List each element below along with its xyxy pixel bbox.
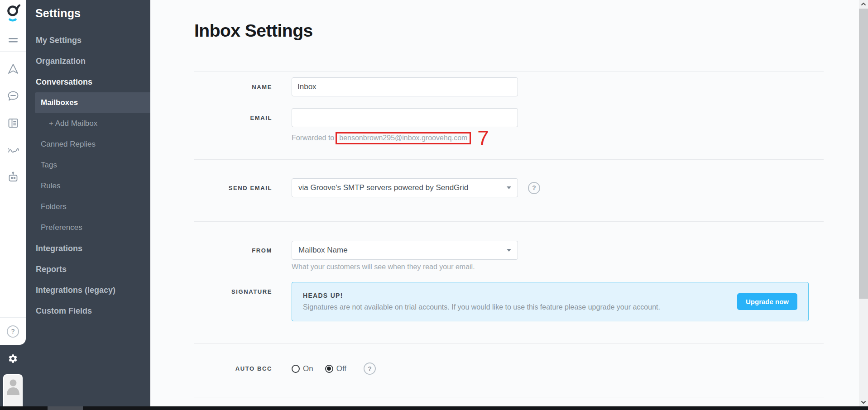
sidebar-item-label: Integrations (legacy) <box>36 286 115 295</box>
auto-bcc-row: AUTO BCC On Off ? <box>194 359 824 375</box>
horizontal-scrollbar[interactable] <box>0 406 868 410</box>
sidebar-item-label: Custom Fields <box>36 306 92 316</box>
sidebar-item-conversations[interactable]: Conversations <box>26 72 150 92</box>
section-divider <box>194 159 824 160</box>
sidebar-item-folders[interactable]: Folders <box>26 196 150 217</box>
sidebar-item-label: Rules <box>41 181 60 191</box>
signature-row: SIGNATURE HEADS UP! Signatures are not a… <box>194 282 824 321</box>
email-row: EMAIL Forwarded to bensonbrown295@inbox.… <box>194 108 824 146</box>
sidebar-item-mailboxes[interactable]: Mailboxes <box>35 92 150 113</box>
horizontal-scrollbar-thumb[interactable] <box>48 406 83 410</box>
bot-icon[interactable] <box>0 171 26 183</box>
sidebar-item-rules[interactable]: Rules <box>26 176 150 196</box>
auto-bcc-on-radio[interactable]: On <box>292 364 313 373</box>
send-email-row: SEND EMAIL via Groove's SMTP servers pow… <box>194 178 824 197</box>
activity-icon[interactable] <box>0 144 26 157</box>
banner-text: Signatures are not available on trial ac… <box>303 303 660 311</box>
from-value: Mailbox Name <box>298 246 348 255</box>
vertical-scrollbar[interactable] <box>859 0 868 406</box>
sidebar-item-preferences[interactable]: Preferences <box>26 217 150 238</box>
forward-address: bensonbrown295@inbox.groovehq.com <box>339 134 467 142</box>
sidebar-item-label: Integrations <box>36 244 82 253</box>
chat-icon[interactable] <box>0 90 26 102</box>
settings-sidebar: Settings My SettingsOrganizationConversa… <box>26 0 150 410</box>
sidebar-item-integrations[interactable]: Integrations <box>26 238 150 259</box>
sidebar-item-label: Canned Replies <box>41 140 96 149</box>
from-helper: What your customers will see when they r… <box>292 263 518 271</box>
section-divider <box>194 343 824 344</box>
name-label: NAME <box>194 77 292 91</box>
sidebar-item-label: Tags <box>41 161 57 170</box>
email-input[interactable] <box>292 108 518 127</box>
send-email-help-icon[interactable]: ? <box>528 182 540 194</box>
send-email-select[interactable]: via Groove's SMTP servers powered by Sen… <box>292 178 518 197</box>
send-icon[interactable] <box>0 62 26 75</box>
avatar[interactable] <box>3 374 23 410</box>
annotation-number: 7 <box>477 130 489 146</box>
rail-divider <box>0 26 26 26</box>
radio-off-label: Off <box>336 364 346 373</box>
email-label: EMAIL <box>194 108 292 121</box>
section-divider <box>194 71 824 72</box>
sidebar-item-label: Folders <box>41 202 67 211</box>
sidebar-nav: My SettingsOrganizationConversationsMail… <box>26 30 150 321</box>
sidebar-item-organization[interactable]: Organization <box>26 51 150 72</box>
help-glyph: ? <box>7 325 19 338</box>
rail-divider <box>0 51 26 52</box>
name-row: NAME <box>194 77 824 96</box>
sidebar-item-custom-fields[interactable]: Custom Fields <box>26 300 150 321</box>
auto-bcc-off-radio[interactable]: Off <box>325 364 346 373</box>
forward-address-annotation-box: bensonbrown295@inbox.groovehq.com <box>336 132 471 144</box>
radio-circle <box>292 365 300 373</box>
sidebar-item-label: Mailboxes <box>41 98 78 107</box>
sidebar-item-label: My Settings <box>36 36 82 45</box>
sidebar-item-label: Conversations <box>36 77 92 87</box>
sidebar-item-integrations-legacy[interactable]: Integrations (legacy) <box>26 280 150 300</box>
signature-upgrade-banner: HEADS UP! Signatures are not available o… <box>292 282 809 321</box>
help-icon[interactable]: ? <box>0 325 26 338</box>
sidebar-item-label: Preferences <box>41 223 82 232</box>
from-row: FROM Mailbox Name What your customers wi… <box>194 241 824 271</box>
sidebar-item-add-mailbox[interactable]: + Add Mailbox <box>26 113 150 134</box>
main-content: Inbox Settings NAME EMAIL Forwarded to b… <box>150 0 868 410</box>
forwarded-helper: Forwarded to bensonbrown295@inbox.groove… <box>292 130 518 146</box>
scroll-up-button[interactable] <box>859 0 868 8</box>
section-divider <box>194 221 824 222</box>
auto-bcc-label: AUTO BCC <box>194 359 292 372</box>
section-divider <box>194 397 824 397</box>
chevron-down-icon <box>507 249 511 252</box>
send-email-label: SEND EMAIL <box>194 178 292 191</box>
settings-gear-icon[interactable] <box>0 353 26 364</box>
sidebar-item-canned-replies[interactable]: Canned Replies <box>26 134 150 155</box>
name-input[interactable] <box>292 77 518 96</box>
icon-rail: ? <box>0 0 26 410</box>
sidebar-item-label: + Add Mailbox <box>49 119 97 128</box>
knowledge-base-icon[interactable] <box>0 117 26 129</box>
menu-icon[interactable] <box>0 34 26 47</box>
auto-bcc-help-icon[interactable]: ? <box>364 362 376 375</box>
sidebar-item-tags[interactable]: Tags <box>26 155 150 176</box>
page-title: Inbox Settings <box>194 20 824 41</box>
upgrade-now-button[interactable]: Upgrade now <box>737 293 797 310</box>
signature-label: SIGNATURE <box>194 282 292 295</box>
vertical-scrollbar-thumb[interactable] <box>859 9 868 299</box>
from-select[interactable]: Mailbox Name <box>292 241 518 260</box>
sidebar-item-reports[interactable]: Reports <box>26 259 150 280</box>
sidebar-item-label: Reports <box>36 265 67 274</box>
sidebar-title: Settings <box>35 7 81 20</box>
sidebar-item-my-settings[interactable]: My Settings <box>26 30 150 51</box>
from-label: FROM <box>194 241 292 254</box>
radio-on-label: On <box>303 364 313 373</box>
app-window: ? Settings My SettingsOrganizationConver… <box>0 0 868 410</box>
chevron-down-icon <box>507 186 511 189</box>
groove-logo-icon[interactable] <box>0 4 26 24</box>
radio-circle <box>325 365 333 373</box>
forwarded-prefix: Forwarded to <box>292 134 334 142</box>
scroll-down-button[interactable] <box>859 398 868 406</box>
rail-divider <box>0 317 26 318</box>
sidebar-item-label: Organization <box>36 57 86 66</box>
send-email-value: via Groove's SMTP servers powered by Sen… <box>298 183 468 192</box>
banner-title: HEADS UP! <box>303 292 660 299</box>
